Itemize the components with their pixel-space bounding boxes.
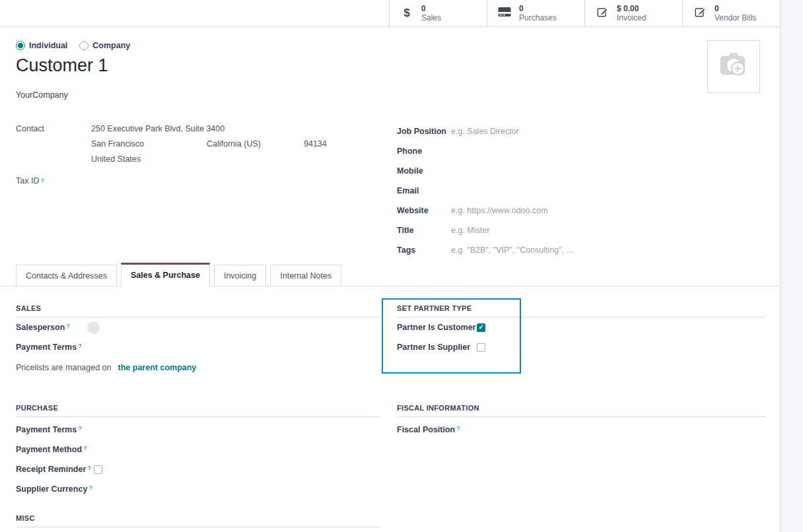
invoiced-amount: $ 0.00 <box>617 4 646 13</box>
misc-section: MISC <box>16 514 380 527</box>
phone-field[interactable] <box>451 146 767 156</box>
sales-section: SALES Salesperson ? Payment Terms ? Pric… <box>16 304 380 372</box>
sales-payment-terms-field[interactable] <box>87 342 380 352</box>
pricelists-text: Pricelists are managed on <box>16 363 112 372</box>
tax-id-label: Tax ID <box>16 176 39 185</box>
parent-company-name[interactable]: YourCompany <box>16 90 68 100</box>
salesperson-avatar[interactable] <box>87 321 100 334</box>
sales-count: 0 <box>421 4 441 13</box>
tags-field[interactable]: e.g. "B2B", "VIP", "Consulting", ... <box>451 246 573 255</box>
state-field[interactable]: California (US) <box>207 137 304 152</box>
job-position-label: Job Position <box>397 127 451 136</box>
vendor-bills-label: Vendor Bills <box>715 13 756 22</box>
radio-unselected-icon <box>79 41 88 50</box>
stat-button-strip: $ 0 Sales 0 Purchases <box>0 0 780 27</box>
partner-type-section-title: SET PARTNER TYPE <box>397 304 766 317</box>
stat-button-sales[interactable]: $ 0 Sales <box>389 0 487 26</box>
payment-method-label: Payment Method <box>16 445 82 454</box>
receipt-reminder-checkbox[interactable] <box>94 465 102 474</box>
partner-is-supplier-label: Partner Is Supplier <box>397 343 477 352</box>
partner-is-supplier-checkbox[interactable] <box>477 343 485 352</box>
receipt-reminder-label: Receipt Reminder <box>16 465 86 474</box>
salesperson-label: Salesperson <box>16 323 65 332</box>
email-field[interactable] <box>451 185 767 196</box>
sales-label: Sales <box>421 13 441 22</box>
purchase-section: PURCHASE Payment Terms ? Payment Method … <box>16 404 380 499</box>
help-question-icon[interactable]: ? <box>88 484 92 491</box>
stat-button-vendor-bills[interactable]: 0 Vendor Bills <box>682 0 780 26</box>
purchase-payment-terms-label: Payment Terms <box>16 425 77 434</box>
stat-button-purchases[interactable]: 0 Purchases <box>487 0 584 26</box>
tab-invoicing[interactable]: Invoicing <box>214 265 266 286</box>
tab-contacts-addresses[interactable]: Contacts & Addresses <box>16 265 117 286</box>
supplier-currency-label: Supplier Currency <box>16 484 87 494</box>
edit-square-icon <box>693 6 707 20</box>
mobile-label: Mobile <box>397 166 451 176</box>
zip-field[interactable]: 94134 <box>304 137 327 152</box>
stat-button-invoiced[interactable]: $ 0.00 Invoiced <box>584 0 682 26</box>
radio-individual-label: Individual <box>29 41 67 50</box>
edit-square-icon <box>596 6 609 20</box>
partner-is-customer-label: Partner Is Customer <box>397 323 477 332</box>
tab-sales-purchase[interactable]: Sales & Purchase <box>121 263 210 286</box>
help-question-icon[interactable]: ? <box>78 425 82 432</box>
partner-form-page: $ 0 Sales 0 Purchases <box>0 0 803 532</box>
help-question-icon[interactable]: ? <box>78 343 82 349</box>
camera-plus-icon <box>716 51 751 83</box>
website-field[interactable]: e.g. https://www.odoo.com <box>451 206 548 215</box>
street-field[interactable]: 250 Executive Park Blvd, Suite 3400 <box>91 121 225 137</box>
radio-selected-icon <box>16 41 25 50</box>
help-question-icon[interactable]: ? <box>66 323 70 329</box>
purchase-section-title: PURCHASE <box>16 404 380 417</box>
payment-terms-label: Payment Terms <box>16 343 77 352</box>
help-question-icon[interactable]: ? <box>40 178 44 184</box>
tab-internal-notes[interactable]: Internal Notes <box>270 265 341 286</box>
page-right-gutter <box>780 0 803 532</box>
tags-label: Tags <box>397 246 451 255</box>
stat-button-group: $ 0 Sales 0 Purchases <box>389 0 780 26</box>
partner-type-section: SET PARTNER TYPE Partner Is Customer Par… <box>397 304 766 357</box>
help-question-icon[interactable]: ? <box>87 465 91 471</box>
purchases-label: Purchases <box>519 13 557 22</box>
details-block: Job Position e.g. Sales Director Phone M… <box>397 121 767 260</box>
email-label: Email <box>397 186 451 195</box>
radio-individual[interactable]: Individual <box>16 41 67 50</box>
dollar-icon: $ <box>400 7 413 20</box>
job-position-field[interactable]: e.g. Sales Director <box>451 127 519 136</box>
title-label: Title <box>397 226 451 235</box>
sales-section-title: SALES <box>16 304 380 317</box>
purchases-count: 0 <box>519 4 557 13</box>
website-label: Website <box>397 206 451 215</box>
company-type-radio-group: Individual Company <box>16 41 130 50</box>
title-field[interactable]: e.g. Mister <box>451 226 489 235</box>
misc-section-title: MISC <box>16 514 380 527</box>
fiscal-position-label: Fiscal Position <box>397 425 455 434</box>
help-question-icon[interactable]: ? <box>83 445 87 451</box>
partner-is-customer-checkbox[interactable] <box>477 323 485 332</box>
radio-company-label: Company <box>92 41 130 50</box>
city-field[interactable]: San Francisco <box>91 137 207 152</box>
country-field[interactable]: United States <box>91 152 141 167</box>
contact-label: Contact <box>16 121 91 137</box>
invoiced-label: Invoiced <box>617 13 646 22</box>
partner-name-title[interactable]: Customer 1 <box>16 55 108 76</box>
fiscal-section-title: FISCAL INFORMATION <box>397 404 766 417</box>
parent-company-link[interactable]: the parent company <box>118 363 197 372</box>
partner-image-upload[interactable] <box>707 40 760 93</box>
vendor-bills-count: 0 <box>715 4 756 13</box>
fiscal-information-section: FISCAL INFORMATION Fiscal Position ? <box>397 404 766 440</box>
credit-card-icon <box>498 7 511 20</box>
radio-company[interactable]: Company <box>79 41 130 50</box>
contact-address-block: Contact 250 Executive Park Blvd, Suite 3… <box>16 121 376 185</box>
mobile-field[interactable] <box>451 166 767 176</box>
help-question-icon[interactable]: ? <box>456 425 460 432</box>
phone-label: Phone <box>397 147 451 156</box>
notebook-tab-bar: Contacts & Addresses Sales & Purchase In… <box>0 264 780 286</box>
